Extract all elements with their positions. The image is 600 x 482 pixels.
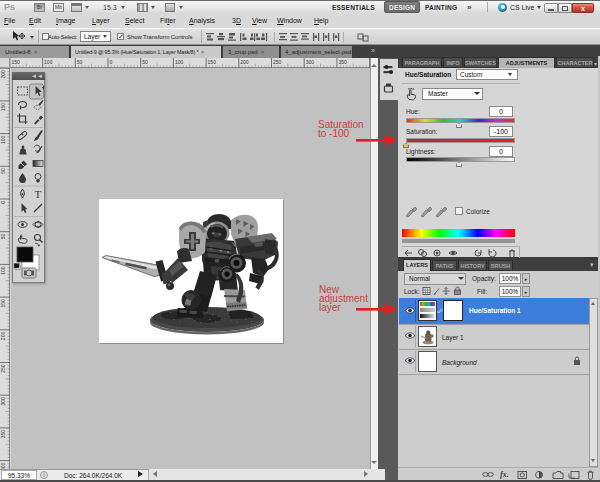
svg-text:150: 150 — [0, 103, 6, 112]
svg-text:50: 50 — [77, 59, 83, 65]
svg-text:50: 50 — [0, 168, 6, 174]
svg-text:200: 200 — [0, 70, 6, 79]
svg-text:350: 350 — [338, 59, 347, 65]
svg-text:250: 250 — [273, 59, 282, 65]
svg-text:200: 200 — [0, 332, 6, 341]
svg-text:150: 150 — [0, 299, 6, 308]
svg-text:150: 150 — [11, 59, 20, 65]
svg-text:400: 400 — [0, 462, 6, 469]
svg-text:100: 100 — [175, 59, 184, 65]
svg-text:200: 200 — [240, 59, 249, 65]
svg-text:0: 0 — [110, 59, 113, 65]
svg-text:300: 300 — [0, 397, 6, 406]
svg-text:50: 50 — [142, 59, 148, 65]
svg-text:300: 300 — [306, 59, 315, 65]
svg-text:250: 250 — [0, 364, 6, 373]
svg-text:50: 50 — [0, 233, 6, 239]
svg-text:0: 0 — [0, 201, 6, 204]
svg-text:350: 350 — [0, 430, 6, 439]
svg-text:fx.: fx. — [500, 470, 509, 479]
svg-text:150: 150 — [208, 59, 217, 65]
svg-text:T: T — [35, 188, 42, 200]
svg-text:100: 100 — [0, 135, 6, 144]
svg-text:100: 100 — [0, 266, 6, 275]
svg-text:100: 100 — [44, 59, 53, 65]
